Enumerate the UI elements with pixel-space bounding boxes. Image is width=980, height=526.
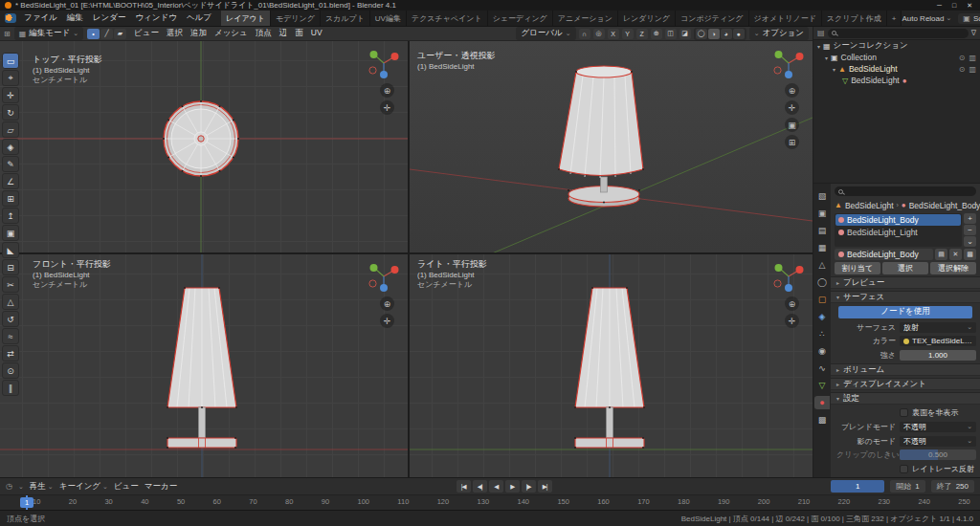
viewport-quad-right[interactable]: ライト・平行投影 (1) BedSideLight センチメートル ⊕ ✛	[410, 254, 813, 477]
menu-face[interactable]: 面	[295, 28, 303, 39]
tab-object-data[interactable]: ▽	[814, 379, 830, 392]
clip-threshold-slider[interactable]: 0.500	[900, 449, 976, 460]
color-texture-link[interactable]: TEX_BedSideLight_01...	[900, 336, 976, 346]
slot-specials-button[interactable]: ⌄	[964, 236, 976, 247]
menu-help[interactable]: ヘルプ	[182, 11, 216, 25]
face-select-button[interactable]: ▰	[114, 29, 126, 39]
menu-add[interactable]: 追加	[190, 28, 207, 39]
menu-playback[interactable]: 再生 ⌄	[30, 481, 54, 493]
remove-slot-button[interactable]: −	[964, 225, 976, 235]
menu-select[interactable]: 選択	[167, 28, 183, 39]
tool-spin-button[interactable]: ↺	[2, 311, 19, 327]
tool-loopcut-button[interactable]: ⊟	[2, 259, 19, 275]
camera-view-icon[interactable]: ▣	[785, 118, 799, 132]
xray-toggle-icon[interactable]: ◪	[679, 29, 691, 39]
tool-cursor-button[interactable]: ⌖	[2, 70, 19, 86]
menu-uv[interactable]: UV	[311, 28, 323, 39]
toggle-ortho-icon[interactable]: ⊞	[785, 135, 799, 149]
use-nodes-button[interactable]: ノードを使用	[838, 306, 972, 318]
workspace-tab-animation[interactable]: アニメーション	[553, 11, 618, 26]
menu-edit[interactable]: 編集	[62, 11, 88, 25]
menu-vertex[interactable]: 頂点	[256, 28, 272, 39]
workspace-tab-geonodes[interactable]: ジオメトリノード	[749, 11, 822, 26]
workspace-tab-texpaint[interactable]: テクスチャペイント	[407, 11, 488, 26]
menu-view-timeline[interactable]: ビュー	[114, 481, 139, 493]
zoom-icon[interactable]: ⊕	[380, 83, 394, 98]
play-reverse-button[interactable]: ◀	[489, 480, 503, 493]
navigation-gizmo[interactable]	[772, 47, 805, 83]
current-frame-field[interactable]: 1	[831, 480, 884, 493]
breadcrumb-material[interactable]: BedSideLight_Body	[909, 201, 980, 210]
tab-particles[interactable]: ∴	[814, 327, 830, 340]
vertex-select-button[interactable]: •	[87, 29, 100, 39]
frame-end-field[interactable]: 終了 250	[931, 480, 974, 493]
properties-search-input[interactable]	[846, 187, 972, 196]
next-keyframe-button[interactable]: |▶	[522, 480, 536, 493]
node-tree-icon[interactable]: ▩	[964, 249, 976, 260]
properties-search-field[interactable]	[835, 186, 976, 196]
expand-icon[interactable]: ▾	[817, 43, 820, 50]
checkbox-icon[interactable]: ▣	[831, 54, 838, 62]
overlays-icon[interactable]: ◫	[665, 29, 677, 39]
navigation-gizmo[interactable]	[772, 260, 805, 296]
options-dropdown[interactable]: ⌄ オプション	[749, 27, 809, 40]
tab-scene[interactable]: △	[814, 258, 830, 272]
tool-scale-button[interactable]: ▱	[2, 121, 19, 138]
playhead-frame-label[interactable]: 1	[20, 497, 33, 508]
transform-orientation-dropdown[interactable]: グローバル ⌄	[516, 27, 575, 40]
symmetry-y-button[interactable]: Y	[622, 29, 634, 39]
navigation-gizmo[interactable]	[368, 47, 400, 83]
pan-icon[interactable]: ✛	[380, 100, 394, 115]
menu-marker[interactable]: マーカー	[145, 481, 177, 493]
blend-mode-dropdown[interactable]: 不透明 ⌄	[900, 422, 976, 432]
volume-section-header[interactable]: ▸ ボリューム	[831, 363, 980, 376]
tool-annotate-button[interactable]: ✎	[2, 156, 19, 172]
auto-reload-dropdown[interactable]: Auto Reload ⌄	[902, 14, 951, 23]
shading-rendered-icon[interactable]: ●	[733, 29, 745, 39]
menu-keying[interactable]: キーイング ⌄	[59, 481, 108, 493]
duplicate-material-button[interactable]: ▤	[935, 249, 947, 260]
add-workspace-button[interactable]: +	[887, 11, 902, 26]
tool-add-button[interactable]: ⊞	[2, 190, 19, 207]
tab-material[interactable]: ●	[814, 396, 830, 409]
tab-constraints[interactable]: ∿	[814, 362, 830, 375]
edge-select-button[interactable]: ╱	[100, 29, 113, 39]
tool-rotate-button[interactable]: ↻	[2, 104, 19, 121]
surface-shader-dropdown[interactable]: 放射 ⌄	[900, 322, 976, 333]
outliner-search-input[interactable]	[839, 29, 965, 37]
tool-bevel-button[interactable]: ◣	[2, 242, 19, 258]
navigation-gizmo[interactable]	[368, 260, 400, 296]
menu-window[interactable]: ウィンドウ	[130, 11, 182, 25]
shadow-mode-dropdown[interactable]: 不透明 ⌄	[900, 436, 976, 447]
menu-mesh[interactable]: メッシュ	[214, 28, 248, 39]
tool-select-box-button[interactable]: ▭	[2, 53, 19, 69]
material-slot-light[interactable]: BedSideLight_Light	[835, 227, 961, 238]
pan-icon[interactable]: ✛	[380, 314, 394, 328]
filter-icon[interactable]: ∇	[971, 29, 976, 37]
symmetry-x-button[interactable]: X	[608, 29, 619, 39]
workspace-tab-modeling[interactable]: モデリング	[271, 11, 321, 26]
tab-world[interactable]: ◯	[814, 275, 830, 289]
workspace-tab-sculpt[interactable]: スカルプト	[321, 11, 370, 26]
scene-selector[interactable]: ▣ Scene	[958, 13, 980, 24]
shading-solid-icon[interactable]: ◑	[708, 29, 720, 39]
tool-move-button[interactable]: ✛	[2, 87, 19, 103]
show-gizmo-icon[interactable]: ⊕	[651, 29, 662, 39]
tab-view-layer[interactable]: ▦	[814, 241, 830, 254]
proportional-edit-icon[interactable]: ◎	[593, 29, 605, 39]
viewport-quad-top[interactable]: トップ・平行投影 (1) BedSideLight センチメートル ⊕ ✛	[0, 41, 408, 252]
tab-render[interactable]: ▣	[814, 207, 830, 220]
zoom-icon[interactable]: ⊕	[785, 83, 799, 98]
tool-shear-button[interactable]: ∥	[2, 380, 19, 396]
tool-edge-slide-button[interactable]: ⇄	[2, 345, 19, 362]
displacement-section-header[interactable]: ▸ ディスプレイスメント	[831, 378, 980, 390]
breadcrumb-object[interactable]: BedSideLight	[845, 201, 894, 210]
workspace-tab-layout[interactable]: レイアウト	[221, 11, 271, 26]
shading-material-icon[interactable]: ◕	[721, 29, 732, 39]
outliner-search-field[interactable]	[828, 29, 969, 38]
blender-menu-icon[interactable]	[5, 13, 16, 23]
menu-edge[interactable]: 辺	[279, 28, 288, 39]
symmetry-z-button[interactable]: Z	[636, 29, 648, 39]
hide-eye-icon[interactable]: ⊙	[959, 54, 966, 62]
outliner-row-collection[interactable]: ▾ ▣ Collection ⊙ ▥	[813, 52, 980, 63]
